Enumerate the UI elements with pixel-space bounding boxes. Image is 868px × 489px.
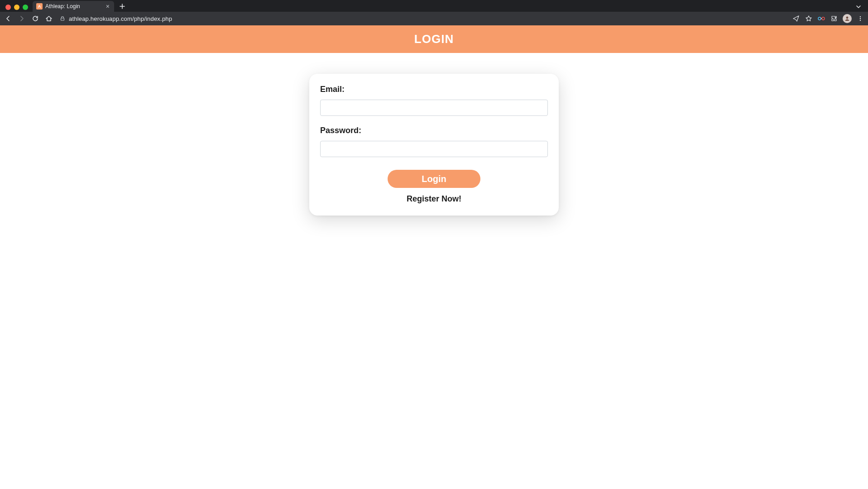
page-header: LOGIN [0, 25, 868, 53]
nav-home-button[interactable] [44, 14, 53, 23]
email-input[interactable] [320, 100, 548, 116]
tab-favicon: A [36, 3, 43, 10]
lock-icon [60, 16, 65, 21]
email-label: Email: [320, 85, 548, 94]
extensions-button[interactable] [830, 14, 838, 23]
tab-title: Athleap: Login [45, 3, 102, 10]
svg-point-4 [860, 16, 861, 17]
window-zoom-button[interactable] [23, 5, 28, 10]
page-title: LOGIN [414, 32, 454, 46]
login-card: Email: Password: Login Register Now! [309, 74, 559, 216]
window-controls [5, 5, 28, 10]
profile-avatar[interactable] [843, 14, 852, 23]
svg-point-3 [846, 17, 849, 19]
browser-chrome: A Athleap: Login × athleap.herok [0, 0, 868, 25]
plus-icon [120, 4, 125, 9]
password-input[interactable] [320, 141, 548, 157]
chrome-menu-button[interactable] [856, 14, 864, 23]
register-link[interactable]: Register Now! [407, 194, 461, 204]
svg-point-6 [860, 20, 861, 21]
glasses-icon [817, 16, 825, 21]
send-icon[interactable] [792, 14, 800, 23]
home-icon [45, 15, 53, 22]
browser-toolbar: athleap.herokuapp.com/php/index.php [0, 12, 868, 25]
tab-strip: A Athleap: Login × [0, 0, 868, 12]
paper-plane-icon [792, 15, 800, 22]
kebab-icon [857, 15, 863, 22]
login-card-wrapper: Email: Password: Login Register Now! [0, 53, 868, 216]
arrow-left-icon [5, 15, 12, 22]
new-tab-button[interactable] [118, 2, 127, 11]
browser-tab-active[interactable]: A Athleap: Login × [33, 1, 114, 12]
svg-point-5 [860, 18, 861, 19]
puzzle-icon [830, 15, 838, 22]
page-content: LOGIN Email: Password: Login Register No… [0, 25, 868, 216]
tab-close-button[interactable]: × [105, 3, 110, 10]
bookmark-button[interactable] [805, 14, 813, 23]
login-button[interactable]: Login [388, 170, 480, 188]
form-actions: Login Register Now! [320, 170, 548, 204]
star-icon [805, 15, 812, 22]
window-close-button[interactable] [5, 5, 11, 10]
window-minimize-button[interactable] [14, 5, 19, 10]
nav-back-button[interactable] [4, 14, 13, 23]
svg-point-2 [822, 17, 825, 20]
svg-point-1 [818, 17, 821, 20]
nav-forward-button[interactable] [17, 14, 26, 23]
reload-icon [32, 15, 39, 22]
extension-glasses[interactable] [817, 14, 825, 23]
arrow-right-icon [18, 15, 25, 22]
address-bar[interactable]: athleap.herokuapp.com/php/index.php [60, 14, 787, 24]
password-label: Password: [320, 126, 548, 135]
avatar-icon [844, 15, 850, 22]
address-bar-url: athleap.herokuapp.com/php/index.php [69, 15, 172, 22]
chevron-down-icon [855, 4, 862, 10]
tabs-overflow-button[interactable] [855, 4, 862, 10]
nav-reload-button[interactable] [31, 14, 40, 23]
svg-rect-0 [61, 18, 64, 20]
